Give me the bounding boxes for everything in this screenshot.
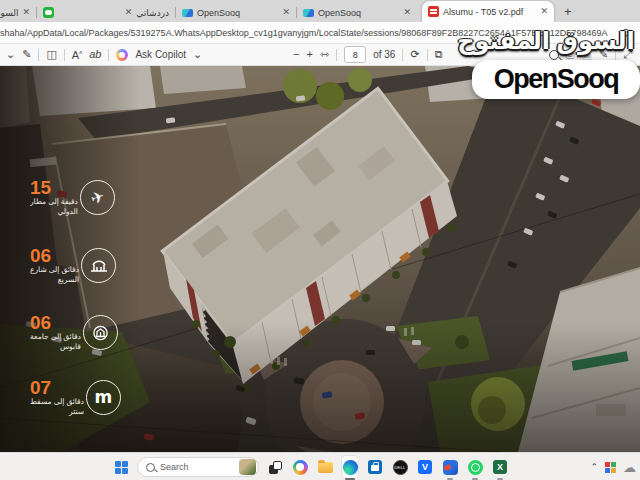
poi-minutes: 06 <box>30 246 79 265</box>
photos-app-icon[interactable] <box>441 458 459 476</box>
tab-opensooq-2[interactable]: OpenSooq ✕ <box>297 3 417 22</box>
copilot-chevron-icon[interactable]: ⌄ <box>193 49 202 60</box>
new-tab-button[interactable]: + <box>564 4 572 19</box>
dropbox-icon[interactable]: V <box>416 458 434 476</box>
tab-title: Alsumu - T05 v2.pdf <box>443 7 523 17</box>
airplane-icon: ✈ <box>80 180 115 215</box>
fit-width-icon[interactable]: ⇿ <box>320 49 329 60</box>
whatsapp-favicon-icon <box>43 7 54 18</box>
poi-highway: 06 دقائق إلى شارع السريع <box>0 246 108 285</box>
close-icon[interactable]: ✕ <box>22 8 30 17</box>
pdf-favicon-icon <box>428 6 439 17</box>
opensooq-favicon-icon <box>182 9 193 17</box>
copilot-taskbar-icon[interactable] <box>291 458 309 476</box>
dell-app-icon[interactable]: DELL <box>391 458 409 476</box>
onedrive-cloud-icon[interactable]: ☁ <box>623 461 636 474</box>
search-icon <box>146 463 155 472</box>
highway-icon <box>81 248 116 283</box>
poi-airport: 15 دقيقة إلى مطار الدولي ✈ <box>0 178 108 217</box>
mall-m-icon: m <box>86 380 121 415</box>
poi-mall: 07 دقائق إلى مسقط سنتر m <box>0 378 108 417</box>
pdf-page-content[interactable]: 15 دقيقة إلى مطار الدولي ✈ 06 دقائق إلى … <box>0 66 640 452</box>
zoom-out-icon[interactable]: − <box>293 49 299 60</box>
tray-chevron-icon[interactable]: ⌃ <box>590 462 598 472</box>
poi-line1: دقيقة إلى مطار <box>30 197 78 207</box>
rotate-icon[interactable]: ⟳ <box>410 49 419 60</box>
file-explorer-icon[interactable] <box>316 458 334 476</box>
page-number-input[interactable]: 8 <box>344 46 366 63</box>
highlighter-icon[interactable]: ✎ <box>22 49 31 60</box>
poi-line1: دقائق إلى جامعة <box>30 332 81 342</box>
poi-minutes: 15 <box>30 178 78 197</box>
close-icon[interactable]: ✕ <box>403 8 411 17</box>
translate-icon[interactable]: ab <box>89 49 101 60</box>
ask-copilot-button[interactable]: Ask Copilot <box>135 49 186 60</box>
opensooq-arabic-logo: السوق المفتوح <box>456 27 636 55</box>
opensooq-favicon-icon <box>303 9 314 17</box>
opensooq-logo-text: OpenSooq <box>494 64 619 95</box>
read-aloud-icon[interactable]: Aʌ <box>72 49 82 61</box>
page-layout-icon[interactable]: ◫ <box>46 49 56 60</box>
poi-line1: دقائق إلى مسقط <box>30 397 84 407</box>
close-icon[interactable]: ✕ <box>282 8 290 17</box>
poi-university: 06 دقائق إلى جامعة قابوس <box>0 313 108 352</box>
excel-icon[interactable]: X <box>491 458 509 476</box>
zoom-in-icon[interactable]: + <box>307 49 313 60</box>
tab-opensooq-arabic[interactable]: السوق المفتوح ✕ <box>0 3 36 22</box>
search-highlight-thumbnail[interactable] <box>239 459 256 475</box>
copilot-icon[interactable] <box>116 49 128 61</box>
poi-minutes: 07 <box>30 378 84 397</box>
poi-line2: سنتر <box>30 407 84 417</box>
task-view-button[interactable] <box>266 458 284 476</box>
tab-title: OpenSooq <box>318 8 361 18</box>
close-icon[interactable]: ✕ <box>540 7 548 16</box>
page-total-label: of 36 <box>373 49 395 60</box>
poi-minutes: 06 <box>30 313 81 332</box>
university-icon <box>83 315 118 350</box>
poi-line1: دقائق إلى شارع <box>30 265 79 275</box>
windows-taskbar: Search DELL V X ⌃ ☁ <box>0 452 640 480</box>
search-label: Search <box>160 462 234 472</box>
start-button[interactable] <box>112 458 130 476</box>
tab-strip: السوق المفتوح ✕ ✕ دردشاتي OpenSooq ✕ Ope… <box>0 0 640 22</box>
tab-opensooq-1[interactable]: OpenSooq ✕ <box>176 3 296 22</box>
microsoft-store-icon[interactable] <box>366 458 384 476</box>
close-icon[interactable]: ✕ <box>125 8 133 17</box>
tab-title: OpenSooq <box>197 8 240 18</box>
tab-chats[interactable]: ✕ دردشاتي <box>37 3 175 22</box>
tab-title: السوق المفتوح <box>0 8 18 18</box>
taskbar-search[interactable]: Search <box>137 457 259 477</box>
tray-app-icon[interactable] <box>605 462 616 473</box>
tab-title: دردشاتي <box>136 8 169 18</box>
page-view-icon[interactable]: ⧉ <box>435 49 443 60</box>
tab-pdf-active[interactable]: Alsumu - T05 v2.pdf ✕ <box>422 1 554 22</box>
edge-icon[interactable] <box>341 458 359 476</box>
poi-line2: السريع <box>30 275 79 285</box>
poi-line2: الدولي <box>30 207 78 217</box>
browser-window: السوق المفتوح ✕ ✕ دردشاتي OpenSooq ✕ Ope… <box>0 0 640 480</box>
whatsapp-icon[interactable] <box>466 458 484 476</box>
opensooq-logo-pill: OpenSooq <box>472 60 640 99</box>
menu-chevron-icon[interactable]: ⌄ <box>6 49 15 60</box>
poi-line2: قابوس <box>30 342 81 352</box>
